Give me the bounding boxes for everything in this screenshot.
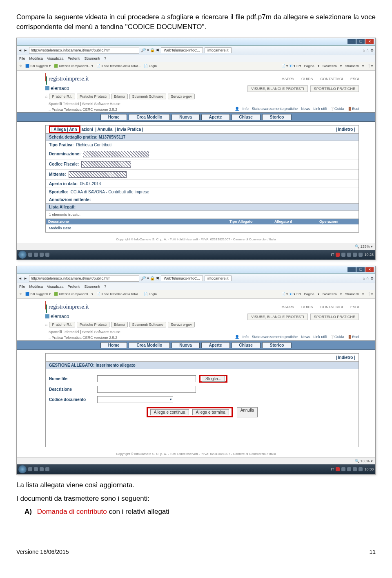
pill-sw[interactable]: Strumenti Software (129, 322, 167, 327)
pill-bilanci[interactable]: Bilanci (111, 94, 128, 99)
browser-tab-1[interactable]: WebTelemaco-InfoC... (161, 276, 203, 281)
taskbar-icon[interactable] (28, 467, 32, 471)
lang-indicator[interactable]: IT (331, 467, 334, 471)
tray-icon[interactable] (359, 467, 363, 471)
tray-icon[interactable] (353, 467, 357, 471)
pill-bilanci[interactable]: Bilanci (111, 322, 128, 327)
btab-aperte[interactable]: Aperte (201, 114, 230, 120)
menu-view[interactable]: Visualizza (47, 285, 63, 289)
browser-tab-1[interactable]: WebTelemaco-InfoC... (161, 47, 203, 53)
fav-sec[interactable]: Sicurezza (323, 292, 337, 296)
window-star-icon[interactable]: ⌂ ☆ ⚙ (363, 48, 374, 52)
taskbar-icon[interactable] (34, 467, 38, 471)
tray-icon[interactable] (347, 253, 351, 257)
menu-edit[interactable]: Modifica (29, 285, 43, 289)
taskbar-icon[interactable] (45, 253, 49, 257)
taskbar-icon[interactable] (40, 467, 44, 471)
nome-file-input[interactable] (97, 375, 196, 382)
btab-home[interactable]: Home (100, 114, 127, 120)
annulla-button[interactable]: Annulla (237, 407, 258, 417)
fav-suggested[interactable]: 🟦 Siti suggeriti ▾ (25, 292, 51, 296)
nav-back-icon[interactable]: ◄ (18, 276, 22, 280)
btab-storico[interactable]: Storico (262, 114, 292, 120)
allega-termina-button[interactable]: Allega e termina (192, 409, 229, 415)
allega-continua-button[interactable]: Allega e continua (150, 409, 189, 415)
fav-suggested[interactable]: 🟦 Siti suggeriti ▾ (25, 64, 51, 68)
tray-icon[interactable] (347, 467, 351, 471)
fav-help-icon[interactable]: ❔▾ (367, 64, 373, 68)
link-guida[interactable]: GUIDA (301, 305, 313, 309)
lnk-link[interactable]: Link utili (313, 335, 327, 339)
tray-icon[interactable] (336, 253, 340, 257)
menu-file[interactable]: File (19, 56, 25, 60)
fav-comp[interactable]: 🟩 Ulteriori componenti... ▾ (54, 292, 93, 296)
url-input[interactable]: http://webtelemaco.infocamere.it/newt/pu… (29, 275, 139, 282)
btab-crea[interactable]: Crea Modello (129, 114, 170, 120)
allega-action-highlight[interactable]: | Allega | Ann (49, 125, 80, 133)
btab-home[interactable]: Home (100, 342, 127, 348)
link-mappa[interactable]: MAPPA (281, 77, 294, 81)
lang-indicator[interactable]: IT (331, 253, 334, 257)
tab-sportello[interactable]: SPORTELLO PRATICHE (310, 314, 359, 320)
maximize-button[interactable]: ☐ (356, 39, 365, 44)
btab-crea[interactable]: Crea Modello (129, 342, 170, 348)
pill-ri[interactable]: Pratiche R.I. (49, 322, 75, 327)
clock[interactable]: 10:30 (364, 467, 374, 471)
refresh-icon[interactable]: 🔎 ▾ 🔒 ✖ (141, 276, 159, 280)
lnk-news[interactable]: News (301, 107, 310, 111)
tab-visure[interactable]: VISURE, BILANCI E PROTESTI (247, 314, 308, 320)
browser-tab-2[interactable]: infocamere.it (205, 276, 232, 281)
tray-icon[interactable] (353, 253, 357, 257)
btab-aperte[interactable]: Aperte (201, 342, 230, 348)
home-icon[interactable]: ⌂ (45, 323, 47, 327)
fav-page-lbl[interactable]: Pagina (304, 64, 314, 68)
tray-icon[interactable] (336, 467, 340, 471)
zoom-icon[interactable]: 🔍 (355, 244, 359, 249)
menu-file[interactable]: File (19, 285, 25, 289)
lnk-info[interactable]: Info (243, 107, 249, 111)
refresh-icon[interactable]: 🔎 ▾ 🔒 ✖ (141, 48, 159, 52)
clock[interactable]: 10:28 (364, 253, 374, 257)
tray-icon[interactable] (359, 253, 363, 257)
lnk-link[interactable]: Link utili (313, 107, 327, 111)
descrizione-input[interactable] (97, 386, 196, 393)
lnk-guida[interactable]: ❔Guida (330, 107, 344, 111)
menu-tools[interactable]: Strumenti (84, 56, 100, 60)
btab-storico[interactable]: Storico (262, 342, 292, 348)
registro-logo[interactable]: registroimprese.it (45, 73, 89, 85)
browser-tab-2[interactable]: infocamere.it (205, 47, 232, 53)
pill-ri[interactable]: Pratiche R.I. (49, 94, 75, 99)
lnk-info[interactable]: Info (243, 335, 249, 339)
btab-nuova[interactable]: Nuova (172, 114, 200, 120)
fav-comp[interactable]: 🟩 Ulteriori componenti... ▾ (54, 64, 93, 68)
registro-logo[interactable]: registroimprese.it (45, 301, 89, 313)
fav-rifor[interactable]: 📄 Il sito tematico della Rifor... (96, 64, 140, 68)
lnk-esci[interactable]: 🚪Esci (347, 107, 359, 111)
fav-login[interactable]: 📄 Login (144, 292, 157, 296)
fav-help-icon[interactable]: ❔▾ (367, 292, 373, 296)
url-input[interactable]: http://webtelemaco.infocamere.it/newt/pu… (29, 47, 139, 54)
pill-protesti[interactable]: Pratiche Protesti (77, 322, 109, 327)
tab-sportello[interactable]: SPORTELLO PRATICHE (310, 85, 359, 92)
telemaco-logo[interactable]: elemaco (45, 314, 69, 319)
link-mappa[interactable]: MAPPA (281, 305, 294, 309)
pill-protesti[interactable]: Pratiche Protesti (77, 94, 109, 99)
taskbar-icon[interactable] (28, 253, 32, 257)
lnk-esci[interactable]: 🚪Esci (347, 335, 359, 339)
fav-sec[interactable]: Sicurezza (323, 64, 337, 68)
menu-fav[interactable]: Preferiti (67, 56, 80, 60)
telemaco-logo[interactable]: elemaco (45, 85, 69, 91)
fav-tools[interactable]: Strumenti (345, 292, 359, 296)
start-button[interactable] (18, 251, 27, 259)
taskbar-icon[interactable] (40, 253, 44, 257)
codice-select[interactable]: ▾ (97, 396, 173, 403)
start-button[interactable] (18, 465, 27, 473)
invia-action[interactable]: | Invia Pratica | (115, 127, 143, 132)
pill-egov[interactable]: Servizi e-gov (168, 94, 195, 99)
minimize-button[interactable]: — (347, 267, 356, 272)
annulla-action[interactable]: | Annulla (95, 127, 112, 132)
pill-sw[interactable]: Strumenti Software (129, 94, 167, 99)
menu-edit[interactable]: Modifica (29, 56, 43, 60)
menu-tools[interactable]: Strumenti (84, 285, 100, 289)
fav-rifor[interactable]: 📄 Il sito tematico della Rifor... (96, 292, 140, 296)
